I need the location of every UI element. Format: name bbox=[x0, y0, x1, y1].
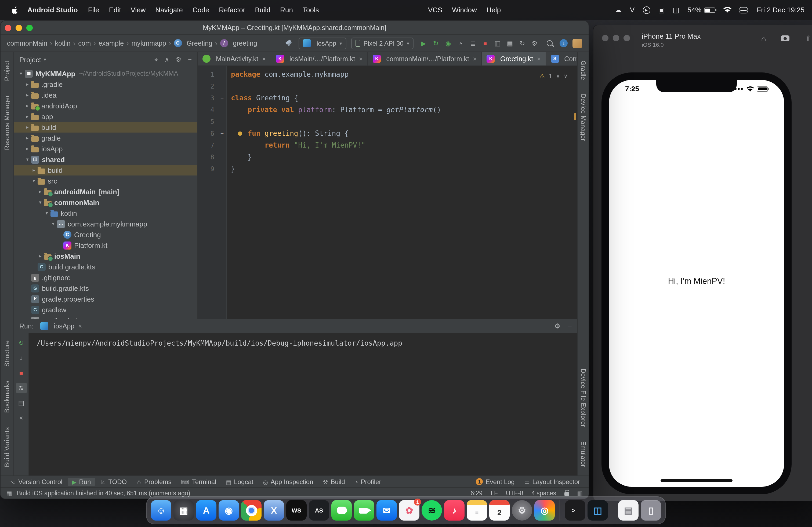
settings-button[interactable]: ⚙ bbox=[530, 40, 540, 47]
menu-build[interactable]: Build bbox=[250, 6, 275, 14]
close-icon[interactable]: × bbox=[537, 55, 540, 62]
tree-item-app[interactable]: ▸app bbox=[14, 111, 197, 122]
chevron-down-icon[interactable]: ▾ bbox=[30, 178, 38, 183]
tree-item-androidmain[interactable]: ▸androidMain[main] bbox=[14, 186, 197, 197]
build-hammer-icon[interactable] bbox=[285, 39, 293, 47]
profile-button[interactable]: ◔ bbox=[455, 40, 466, 47]
tab-greeting-kt[interactable]: KGreeting.kt× bbox=[482, 52, 546, 65]
indent-setting[interactable]: 4 spaces bbox=[532, 490, 556, 496]
dock-photos-icon[interactable]: ✿1 bbox=[399, 500, 419, 521]
chevron-down-icon[interactable]: ▾ bbox=[37, 200, 44, 205]
chevron-down-icon[interactable]: ▾ bbox=[24, 157, 31, 162]
chevron-right-icon[interactable]: ▸ bbox=[24, 114, 31, 119]
dock-trash-icon[interactable]: ▯ bbox=[641, 500, 661, 521]
code-line[interactable] bbox=[231, 80, 577, 92]
tree-item-build[interactable]: ▸build bbox=[14, 122, 197, 133]
hide-panel-button[interactable]: − bbox=[188, 56, 192, 63]
close-window-button[interactable] bbox=[602, 35, 608, 41]
dock-facetime-icon[interactable] bbox=[354, 500, 374, 521]
menu-help[interactable]: Help bbox=[482, 6, 506, 14]
stop-button[interactable]: ■ bbox=[480, 40, 490, 46]
menubar-app-name[interactable]: Android Studio bbox=[22, 6, 83, 14]
lock-icon[interactable] bbox=[564, 492, 569, 496]
next-problem-icon[interactable]: ∨ bbox=[564, 70, 568, 82]
menu-navigate[interactable]: Navigate bbox=[150, 6, 188, 14]
tool-button-device-file-explorer[interactable]: Device File Explorer bbox=[580, 368, 586, 427]
run-tab-iosapp[interactable]: iosApp × bbox=[39, 322, 84, 330]
dock-messages-icon[interactable] bbox=[331, 500, 352, 521]
file-encoding[interactable]: UTF-8 bbox=[506, 490, 523, 496]
menu-refactor[interactable]: Refactor bbox=[214, 6, 250, 14]
tool-window-button-terminal[interactable]: ⌨Terminal bbox=[177, 477, 220, 486]
tree-item-shared[interactable]: ▾◫shared bbox=[14, 154, 197, 165]
home-icon[interactable]: ⌂ bbox=[761, 34, 766, 44]
iphone-screen[interactable]: 7:25 ●●●● Hi, I'm MienPV! bbox=[609, 80, 784, 487]
chevron-right-icon[interactable]: ▸ bbox=[24, 135, 31, 140]
apple-menu-icon[interactable] bbox=[11, 5, 19, 15]
tool-window-button-run[interactable]: ▶Run bbox=[68, 477, 95, 486]
menu-edit[interactable]: Edit bbox=[104, 6, 126, 14]
tree-item-build-gradle-kts[interactable]: Gbuild.gradle.kts bbox=[14, 261, 197, 272]
tool-button-bookmarks[interactable]: Bookmarks bbox=[4, 381, 10, 413]
run-settings-icon[interactable]: ⚙ bbox=[554, 322, 561, 330]
ide-update-icon[interactable]: ↓ bbox=[560, 39, 568, 47]
chevron-right-icon[interactable]: ▸ bbox=[24, 81, 31, 87]
menu-tools[interactable]: Tools bbox=[298, 6, 324, 14]
rerun-icon[interactable]: ↻ bbox=[16, 337, 27, 348]
tool-button-project[interactable]: Project bbox=[4, 61, 10, 81]
intention-bulb-icon[interactable] bbox=[238, 132, 242, 136]
locate-file-button[interactable]: ⌖ bbox=[155, 56, 158, 63]
close-icon[interactable]: × bbox=[473, 55, 477, 62]
tool-window-button-event-log[interactable]: 1Event Log bbox=[472, 477, 519, 486]
battery-indicator[interactable]: 54% bbox=[687, 6, 715, 14]
breadcrumb-greeting[interactable]: fgreeting bbox=[220, 39, 257, 47]
tree-item-androidapp[interactable]: ▸androidApp bbox=[14, 100, 197, 111]
dock-chrome-icon[interactable] bbox=[241, 500, 262, 521]
close-icon[interactable]: × bbox=[359, 55, 362, 62]
tree-item-idea[interactable]: ▸.idea bbox=[14, 90, 197, 100]
editor-code[interactable]: package com.example.mykmmappclass Greeti… bbox=[227, 66, 577, 319]
menu-vcs[interactable]: VCS bbox=[423, 6, 447, 14]
tree-item-gitignore[interactable]: g.gitignore bbox=[14, 272, 197, 283]
code-line[interactable]: return "Hi, I'm MienPV!" bbox=[231, 139, 577, 151]
tool-window-button-version-control[interactable]: ⌥Version Control bbox=[5, 477, 67, 486]
print-icon[interactable]: ▤ bbox=[16, 398, 27, 408]
tool-button-emulator[interactable]: Emulator bbox=[580, 441, 586, 467]
code-line[interactable]: private val platform: Platform = getPlat… bbox=[231, 104, 577, 116]
breadcrumb-commonmain[interactable]: commonMain bbox=[7, 40, 47, 47]
tool-window-button-app-inspection[interactable]: ◎App Inspection bbox=[259, 477, 317, 486]
tool-window-button-problems[interactable]: ⚠Problems bbox=[132, 477, 176, 486]
minimize-window-button[interactable] bbox=[16, 25, 22, 31]
dock-finder-icon[interactable]: ☺ bbox=[151, 500, 171, 521]
breadcrumb-mykmmapp[interactable]: mykmmapp bbox=[132, 40, 166, 47]
tree-item-build[interactable]: ▸build bbox=[14, 165, 197, 176]
code-line[interactable]: package com.example.mykmmapp bbox=[231, 69, 577, 80]
chevron-right-icon[interactable]: ▸ bbox=[24, 146, 31, 151]
tool-button-build-variants[interactable]: Build Variants bbox=[4, 427, 10, 467]
collapse-all-button[interactable]: ∧ bbox=[164, 56, 170, 63]
tool-window-button-todo[interactable]: ☑TODO bbox=[97, 477, 131, 486]
panel-toggle-icon[interactable]: ▥ bbox=[577, 490, 583, 497]
run-console-output[interactable]: /Users/mienpv/AndroidStudioProjects/MyKM… bbox=[29, 333, 577, 476]
breadcrumb-greeting[interactable]: CGreeting bbox=[174, 39, 213, 47]
tree-item-iosapp[interactable]: ▸iosApp bbox=[14, 143, 197, 154]
caret-position[interactable]: 6:29 bbox=[470, 490, 482, 496]
dock-music-icon[interactable]: ♪ bbox=[444, 500, 465, 521]
search-everywhere-icon[interactable] bbox=[547, 40, 553, 46]
fold-marker-icon[interactable]: − bbox=[218, 92, 226, 104]
v-logo-icon[interactable]: V bbox=[630, 6, 635, 14]
project-panel-header[interactable]: Project ▾ ⌖∧⚙− bbox=[14, 52, 197, 67]
scroll-down-icon[interactable]: ↓ bbox=[16, 352, 27, 363]
dock-spotify-icon[interactable]: ≋ bbox=[422, 500, 442, 521]
menu-run[interactable]: Run bbox=[275, 6, 298, 14]
weather-icon[interactable]: ☁ bbox=[615, 6, 622, 14]
dock-terminal-icon[interactable]: >_ bbox=[565, 500, 585, 521]
close-window-button[interactable] bbox=[5, 25, 11, 31]
breadcrumb-kotlin[interactable]: kotlin bbox=[55, 40, 70, 47]
screenshot-icon[interactable] bbox=[781, 35, 790, 41]
chevron-right-icon[interactable]: ▸ bbox=[37, 189, 44, 194]
tree-item-src[interactable]: ▾src bbox=[14, 176, 197, 186]
code-line[interactable]: fun greeting(): String { bbox=[231, 128, 577, 139]
chevron-right-icon[interactable]: ▸ bbox=[24, 124, 31, 130]
display-icon[interactable]: ▣ bbox=[658, 6, 665, 14]
